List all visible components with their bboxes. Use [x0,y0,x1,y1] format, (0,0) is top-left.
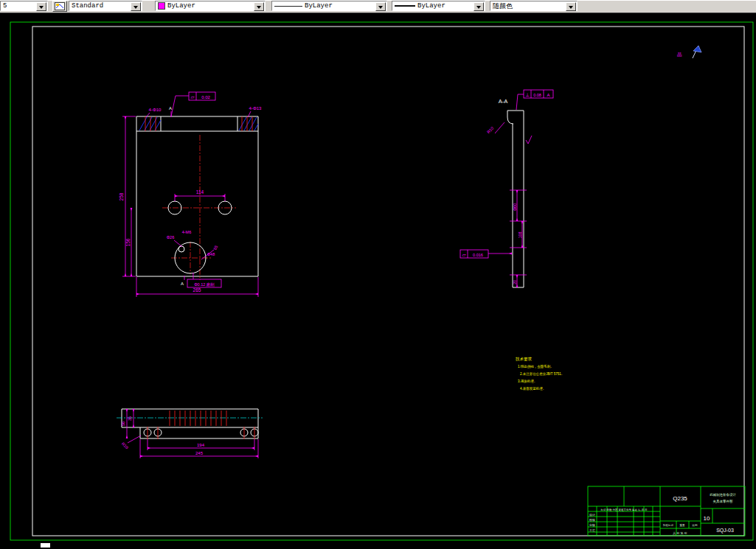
dim-56-label: 56 [121,422,125,426]
dim-35-label: 35 [128,416,132,421]
titleblock-row-process: 工艺 [589,528,595,532]
label-m6: 4-M6 [182,230,192,234]
properties-toolbar: 5 Standard ByLayer ByLayer ByLayer 随颜色 [0,0,756,13]
fcf-perp-symbol: ⊥ [525,92,530,97]
tech-notes: 技术要求 1.锐边倒钝，去除毛刺。 2.未注形位公差按JB/T 5751。 3.… [516,357,564,391]
titleblock-row-check: 校核 [589,518,595,522]
text-style-value: Standard [72,2,103,10]
chevron-down-icon[interactable] [474,2,484,11]
holes-left-label: 4-Φ10 [149,108,162,112]
fcf-flatness-value: 0.02 [201,95,210,99]
dim-156-label: 156 [125,238,131,246]
section-a-top-label: A [169,106,172,111]
block-marker-text: 品 [677,52,682,57]
chevron-down-icon[interactable] [131,2,141,11]
material-label: Q235 [673,495,687,502]
north-arrow-icon [693,46,701,58]
notes-title: 技术要求 [516,357,533,362]
color-combo[interactable]: ByLayer [155,1,266,11]
fcf-flatness-symbol: ▱ [191,94,195,99]
surface-finish-icon [526,136,532,144]
scale-label: 比例 [693,524,698,527]
label-phi26: Φ26 [167,235,175,239]
viewport-frame [10,22,753,540]
layout-tab-fragment[interactable] [41,543,50,548]
label-angle-65: 65 [212,245,218,251]
side-view: A-A ⊥ 0.08 A R10 Φ60 108 20 ▱ 0.016 [460,90,553,287]
dim-20-label: 20 [513,280,517,284]
titleblock-row-design: 设计 [589,513,595,517]
linetype-combo[interactable]: ByLayer [271,1,387,11]
org-line2: 夹具体零件图 [713,499,733,503]
dim-194-label: 194 [197,443,205,447]
note-line-1: 1.锐边倒钝，去除毛刺。 [518,364,554,369]
fcf-perp-value: 0.08 [533,93,541,97]
section-title-label: A-A [499,98,508,105]
holes-right-label: 4-Φ13 [249,106,262,111]
linetype-value: ByLayer [305,2,333,10]
lineweight-value: ByLayer [417,2,445,10]
stage-label: 阶段标记 [663,523,674,527]
dim-phi60-label: Φ60 [513,203,517,211]
chevron-down-icon[interactable] [36,2,46,11]
paper-frame [32,27,744,536]
layer-properties-button[interactable] [52,1,67,12]
org-line1: 机械制造装备设计 [710,492,737,497]
title-block: 标记 处数 分区 更改文件号 签名 年.月.日 设计 校核 审核 工艺 Q235… [588,486,745,536]
chevron-down-icon[interactable] [254,2,264,11]
dim-114-label: 114 [196,189,204,195]
note-line-3: 3.调质处理。 [518,379,537,383]
chevron-down-icon[interactable] [566,2,576,11]
note-line-2: 2.未注形位公差按JB/T 5751。 [520,372,564,376]
dim-245-label: 245 [195,451,204,455]
lineweight-sample-icon [395,5,415,7]
text-style-combo[interactable]: Standard [69,1,142,11]
fillet-r10-label: R10 [486,126,494,134]
linetype-sample-icon [274,6,302,7]
drawing-canvas[interactable]: 114 258 156 265 4-Φ10 4-Φ13 ▱ 0.02 A A Φ… [0,13,756,549]
titleblock-row-audit: 审核 [589,523,595,527]
color-swatch-magenta [158,2,165,10]
left-combo-value: 5 [3,2,7,10]
basic-note-label: Φ0.12 磨削 [194,282,215,287]
lineweight-combo[interactable]: ByLayer [392,1,485,11]
fcf-flat-symbol: ▱ [462,252,466,257]
layers-icon [55,2,65,10]
dim-258-label: 258 [119,192,124,200]
fcf-flat-value: 0.016 [473,253,483,257]
left-combo[interactable]: 5 [0,1,48,11]
plot-style-value: 随颜色 [493,1,513,11]
block-marker: 品 [677,46,701,58]
color-value: ByLayer [167,2,195,10]
plot-style-combo[interactable]: 随颜色 [490,1,578,11]
front-view: 114 258 156 265 4-Φ10 4-Φ13 ▱ 0.02 A A Φ… [119,92,262,297]
chevron-down-icon[interactable] [375,2,386,11]
titleblock-header-row: 标记 处数 分区 更改文件号 签名 年.月.日 [600,508,648,511]
section-a-bottom-label: A [181,282,184,286]
note-line-4: 4.表面发蓝处理。 [520,386,546,391]
fcf-perp-datum: A [547,93,549,97]
dim-108-label: 108 [518,231,522,238]
bottom-view: 35 56 R10 194 245 [117,409,263,458]
qty-label: 10 [704,515,710,522]
sheet-label: 共 张 第 张 [673,531,687,535]
dim-265-label: 265 [193,287,201,293]
part-number-label: SQJ-03 [716,528,734,534]
weight-label: 重量 [680,523,686,527]
